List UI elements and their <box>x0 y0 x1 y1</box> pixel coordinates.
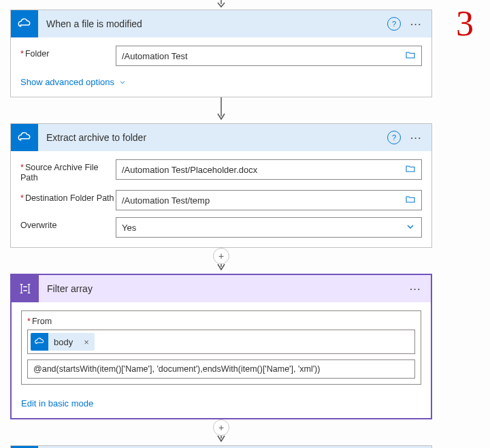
add-step-button[interactable]: + <box>213 248 229 264</box>
overwrite-select[interactable]: Yes <box>116 217 422 238</box>
onedrive-icon <box>31 333 48 351</box>
extract-header[interactable]: Extract archive to folder ? ··· <box>11 124 431 151</box>
filter-header[interactable]: Filter array ··· <box>12 275 431 302</box>
extract-card: Extract archive to folder ? ··· *Source … <box>10 123 432 248</box>
handwritten-annotation: 3 <box>456 3 474 44</box>
extract-title: Extract archive to folder <box>38 132 387 143</box>
edit-basic-mode-link[interactable]: Edit in basic mode <box>21 398 93 409</box>
help-icon[interactable]: ? <box>387 17 401 31</box>
trigger-header[interactable]: When a file is modified ? ··· <box>11 10 431 37</box>
dest-path-input[interactable]: /Automation Test/temp <box>116 190 422 210</box>
more-icon[interactable]: ··· <box>410 19 422 29</box>
more-icon[interactable]: ··· <box>410 284 421 294</box>
show-advanced-link[interactable]: Show advanced options <box>20 77 127 87</box>
data-operations-icon <box>12 275 39 302</box>
folder-picker-icon[interactable] <box>405 50 416 63</box>
folder-picker-icon[interactable] <box>405 163 416 176</box>
overwrite-label: Overwrite <box>20 217 116 231</box>
onedrive-icon <box>11 124 38 151</box>
dynamic-token-body[interactable]: body × <box>31 333 95 351</box>
dest-path-label: *Destination Folder Path <box>20 190 116 204</box>
help-icon[interactable]: ? <box>387 131 401 144</box>
chevron-down-icon <box>405 221 416 234</box>
more-icon[interactable]: ··· <box>410 133 422 143</box>
flow-arrow: + <box>10 419 432 445</box>
filter-title: Filter array <box>39 283 410 294</box>
source-path-input[interactable]: /Automation Test/Placeholder.docx <box>116 159 422 180</box>
folder-label: *Folder <box>20 46 116 59</box>
getfile-card: Get file content ? ··· <box>10 445 432 448</box>
folder-input[interactable]: /Automation Test <box>116 46 422 66</box>
flow-arrow <box>10 0 432 10</box>
folder-picker-icon[interactable] <box>405 194 416 207</box>
add-step-button[interactable]: + <box>213 419 229 436</box>
source-path-label: *Source Archive File Path <box>20 159 116 183</box>
trigger-card: When a file is modified ? ··· *Folder /A… <box>10 10 432 97</box>
onedrive-icon <box>11 10 38 37</box>
filter-from-group: *From body × @and(startsWith(item()['Nam… <box>21 310 421 385</box>
from-input[interactable]: body × <box>27 330 415 354</box>
flow-arrow <box>10 97 432 123</box>
flow-arrow: + <box>10 248 432 274</box>
filter-expression-input[interactable]: @and(startsWith(item()['Name'], 'documen… <box>27 359 415 379</box>
token-remove-icon[interactable]: × <box>78 337 95 347</box>
from-label: *From <box>27 317 415 326</box>
trigger-title: When a file is modified <box>38 18 387 29</box>
filter-card: Filter array ··· *From body × @and(start <box>10 274 432 419</box>
